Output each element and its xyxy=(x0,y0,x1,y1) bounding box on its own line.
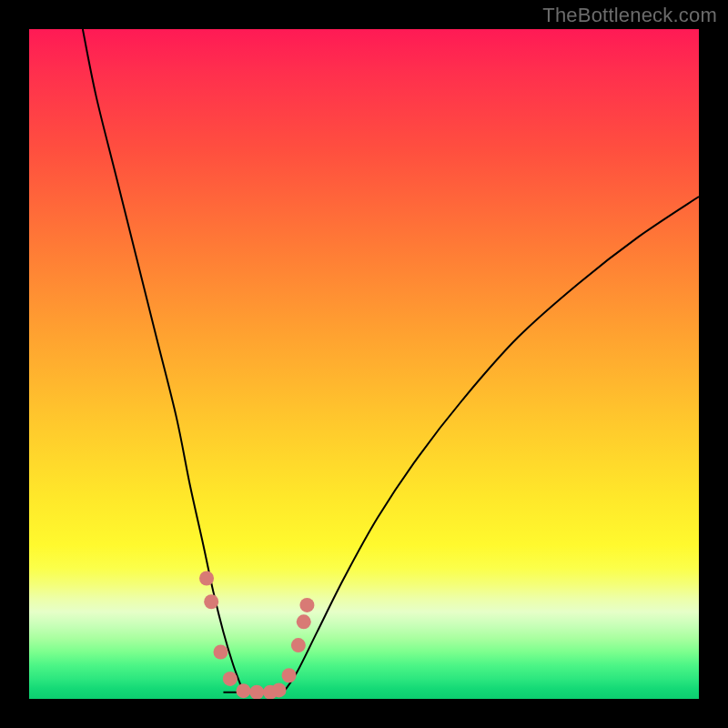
valley-marker xyxy=(204,594,218,609)
plot-area xyxy=(29,29,699,699)
valley-marker xyxy=(249,685,264,699)
valley-marker xyxy=(282,668,297,682)
valley-marker xyxy=(223,672,238,686)
valley-marker xyxy=(272,682,287,697)
valley-marker xyxy=(213,644,228,659)
watermark-text: TheBottleneck.com xyxy=(542,4,717,27)
series-right-curve xyxy=(284,197,699,693)
valley-marker xyxy=(237,683,251,698)
valley-marker xyxy=(299,598,314,612)
valley-marker xyxy=(291,638,306,652)
chart-container: TheBottleneck.com xyxy=(0,0,728,728)
valley-marker xyxy=(297,614,311,629)
series-left-curve xyxy=(83,29,244,693)
valley-marker xyxy=(199,571,214,586)
curves-layer xyxy=(29,29,699,699)
